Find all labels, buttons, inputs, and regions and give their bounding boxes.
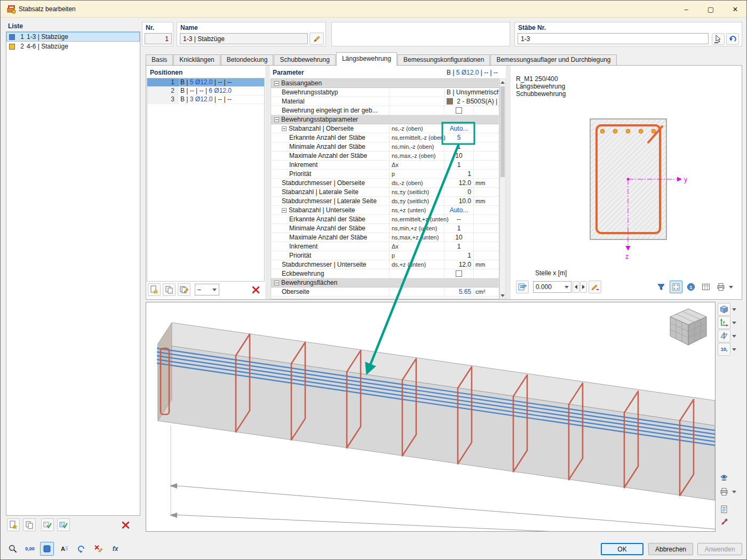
delete-position-button[interactable] xyxy=(249,283,262,296)
render-mode-dropdown[interactable] xyxy=(730,303,737,316)
parameter-row[interactable]: Stabdurchmesser | Oberseite ds,-z (oben)… xyxy=(271,179,499,188)
tab[interactable]: Knicklängen xyxy=(173,54,220,66)
parameter-row[interactable]: Stabdurchmesser | Laterale Seite ds,±y (… xyxy=(271,197,499,206)
parameter-row[interactable]: Maximale Anzahl der Stäbe ns,max,+z (unt… xyxy=(271,233,499,242)
apply-selection-button[interactable] xyxy=(57,518,70,531)
number-format-button[interactable]: 0,00 xyxy=(23,542,37,556)
parameter-value-cell[interactable]: Auto... xyxy=(444,206,474,214)
parameter-value-cell[interactable]: 0 xyxy=(444,188,474,196)
section-display-toggle[interactable] xyxy=(670,281,682,293)
regenerate-button[interactable] xyxy=(74,542,88,556)
scrollbar-thumb[interactable] xyxy=(500,86,505,177)
revert-selection-button[interactable] xyxy=(726,33,739,45)
edit-multiple-positions-button[interactable] xyxy=(178,283,190,296)
list-item[interactable]: 1 1-3 | Stabzüge xyxy=(6,32,140,42)
position-tool-select[interactable]: – xyxy=(195,284,219,295)
numbering-toggle[interactable]: 1 xyxy=(685,281,697,293)
parameter-scrollbar[interactable] xyxy=(499,78,506,299)
parameter-value-cell[interactable]: -- xyxy=(444,215,474,223)
parameter-value-cell[interactable] xyxy=(444,106,474,115)
position-row[interactable]: 3 B | 3 Ø12.0 | -- | -- xyxy=(147,95,264,104)
parameter-row[interactable]: Material 2 - B500S(A) | I... xyxy=(271,97,499,106)
parameter-row[interactable]: Minimale Anzahl der Stäbe ns,min,+z (unt… xyxy=(271,224,499,233)
print-graphic-button[interactable] xyxy=(718,485,730,498)
ok-button[interactable]: OK xyxy=(601,543,643,555)
parameter-value-cell[interactable] xyxy=(444,269,474,278)
parameter-row[interactable]: Priorität p 1 xyxy=(271,251,499,260)
parameter-row[interactable]: Oberseite 5.65 cm² xyxy=(271,287,499,297)
font-settings-button[interactable]: A xyxy=(57,542,71,556)
select-members-button[interactable] xyxy=(712,33,725,45)
parameter-row[interactable]: Stabanzahl | Unterseite ns,+z (unten) Au… xyxy=(271,206,499,215)
new-member-set-button[interactable] xyxy=(7,518,20,531)
parameter-row[interactable]: Stabanzahl | Oberseite ns,-z (oben) Auto… xyxy=(271,124,499,133)
parameter-value-cell[interactable]: 1 xyxy=(444,242,474,251)
position-row[interactable]: 2 B | -- | -- | 6 Ø12.0 xyxy=(147,87,264,95)
edit-stelle-button[interactable] xyxy=(589,281,601,293)
parameter-value-cell[interactable]: 1 xyxy=(444,251,474,260)
collapse-expander-icon[interactable] xyxy=(274,117,279,122)
tab[interactable]: Längsbewehrung xyxy=(336,52,397,66)
close-button[interactable]: ✕ xyxy=(723,1,747,18)
name-input[interactable] xyxy=(180,33,308,44)
scroll-down-icon[interactable] xyxy=(500,292,505,299)
list-item[interactable]: 2 4-6 | Stabzüge xyxy=(6,42,140,51)
collapse-expander-icon[interactable] xyxy=(282,126,287,131)
new-position-button[interactable] xyxy=(148,283,161,296)
parameter-checkbox[interactable] xyxy=(456,107,462,114)
parameter-row[interactable]: Erkannte Anzahl der Stäbe ns,ermittelt,-… xyxy=(271,133,499,142)
table-view-button[interactable] xyxy=(700,281,712,293)
parameter-row[interactable]: Erkannte Anzahl der Stäbe ns,ermittelt,+… xyxy=(271,215,499,224)
parameter-value-cell[interactable]: 12.0 xyxy=(444,179,474,187)
parameter-value-cell[interactable]: 1 xyxy=(444,161,474,169)
previous-position-button[interactable] xyxy=(573,281,579,293)
parameter-value-cell[interactable]: 10 xyxy=(444,233,474,242)
delete-annotations-button[interactable] xyxy=(91,542,105,556)
scroll-up-icon[interactable] xyxy=(500,79,505,85)
nr-input[interactable] xyxy=(145,33,172,44)
parameter-value-cell[interactable]: 1 xyxy=(444,224,474,233)
next-position-button[interactable] xyxy=(580,281,587,293)
navigation-cube[interactable] xyxy=(670,309,706,345)
find-button[interactable] xyxy=(6,542,20,556)
parameter-value-cell[interactable]: 1 xyxy=(444,170,474,178)
parameter-row[interactable]: Bewehrungsflächen xyxy=(271,278,499,287)
workplane-button[interactable] xyxy=(718,330,730,342)
view-direction-button[interactable]: y xyxy=(718,316,730,329)
chevron-down-icon[interactable] xyxy=(565,286,569,289)
maximize-button[interactable]: ▢ xyxy=(698,1,723,18)
parameter-row[interactable]: Eckbewehrung xyxy=(271,269,499,278)
parameter-value-cell[interactable]: 5.65 xyxy=(444,287,474,296)
snapshot-button[interactable] xyxy=(718,472,730,485)
print-preview-button[interactable] xyxy=(714,281,727,293)
delete-member-set-button[interactable] xyxy=(119,518,132,531)
collapse-expander-icon[interactable] xyxy=(282,208,287,213)
report-button[interactable] xyxy=(718,503,730,516)
member-set-list[interactable]: 1 1-3 | Stabzüge 2 4-6 | Stabzüge xyxy=(6,31,140,516)
print-graphic-dropdown[interactable] xyxy=(730,485,737,498)
parameter-row[interactable]: Priorität p 1 xyxy=(271,170,499,179)
parameter-row[interactable]: Maximale Anzahl der Stäbe ns,max,-z (obe… xyxy=(271,151,499,161)
chevron-down-icon[interactable] xyxy=(212,289,217,291)
parameter-row[interactable]: Bewehrung eingelegt in der geb... xyxy=(271,106,499,115)
position-row[interactable]: 1 B | 5 Ø12.0 | -- | -- xyxy=(147,78,264,87)
print-options-dropdown[interactable] xyxy=(727,281,735,293)
reset-view-button[interactable] xyxy=(718,516,730,529)
parameter-value-cell[interactable]: 10.0 xyxy=(444,197,474,205)
sync-position-button[interactable] xyxy=(516,281,529,293)
rename-button[interactable] xyxy=(309,33,324,45)
tab[interactable]: Bemessungskonfigurationen xyxy=(398,54,490,66)
parameter-row[interactable]: Bewehrungsstabparameter xyxy=(271,115,499,124)
workplane-dropdown[interactable] xyxy=(730,330,737,342)
color-rendering-toggle[interactable] xyxy=(40,542,54,556)
parameter-value-cell[interactable]: B | Unsymmetrisch xyxy=(444,88,474,97)
parameter-value-cell[interactable]: 5 xyxy=(444,133,474,142)
filter-button[interactable] xyxy=(655,281,667,293)
parameter-value-cell[interactable]: 12.0 xyxy=(444,260,474,269)
parameter-value-cell[interactable]: Auto... xyxy=(444,124,474,133)
apply-to-all-button[interactable] xyxy=(41,518,54,531)
view-direction-dropdown[interactable] xyxy=(730,316,737,329)
formula-button[interactable]: fx xyxy=(108,542,122,556)
decimal-places-button[interactable]: 10, xyxy=(718,343,730,356)
parameter-value-cell[interactable]: 1 xyxy=(444,142,474,151)
